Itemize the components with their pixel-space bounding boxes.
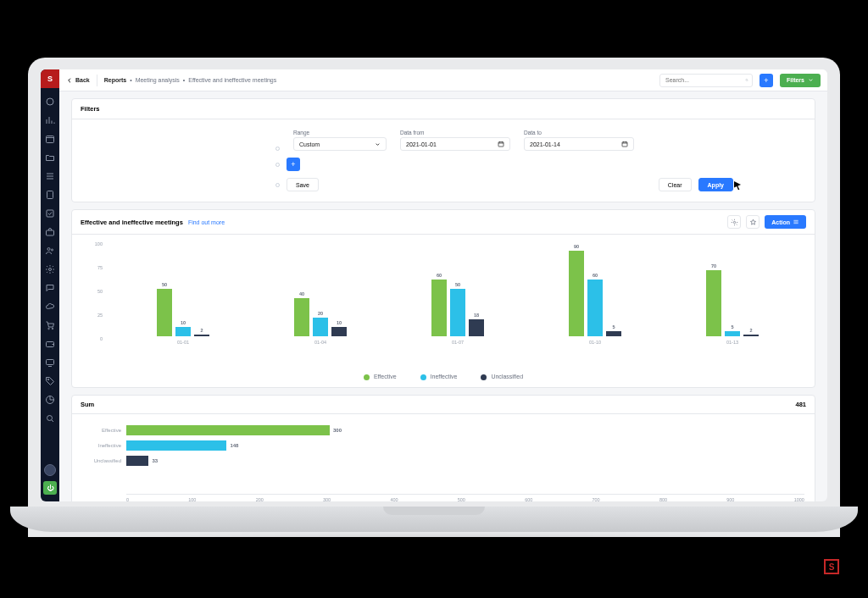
- nav-cart-icon[interactable]: [45, 320, 55, 330]
- nav-analytics-icon[interactable]: [45, 115, 55, 125]
- sum-bar-chart: Effective300Ineffective148Unclassified33: [82, 423, 804, 489]
- date-to-input[interactable]: 2021-01-14: [524, 137, 634, 151]
- filters-button-label: Filters: [787, 77, 804, 83]
- chart-legend: Effective Ineffective Unclassified: [72, 370, 815, 387]
- nav-users-icon[interactable]: [45, 246, 55, 256]
- svg-rect-2: [47, 191, 53, 199]
- nav-settings-icon[interactable]: [45, 264, 55, 274]
- calendar-icon: [498, 141, 504, 147]
- legend-ineffective: Ineffective: [431, 374, 458, 379]
- back-button[interactable]: Back: [66, 77, 90, 84]
- drag-handle-icon[interactable]: [275, 163, 280, 167]
- svg-rect-16: [498, 142, 504, 147]
- legend-unclassified: Unclassified: [491, 374, 523, 379]
- app-logo[interactable]: S: [41, 69, 59, 88]
- drag-handle-icon[interactable]: [275, 183, 280, 187]
- nav-list-icon[interactable]: [45, 171, 55, 181]
- svg-point-5: [47, 248, 50, 251]
- chart-title: Effective and ineffective meetings: [81, 219, 183, 226]
- arrow-left-icon: [66, 77, 73, 84]
- search-input[interactable]: [664, 76, 742, 84]
- calendar-icon: [621, 141, 628, 147]
- nav-tags-icon[interactable]: [45, 376, 55, 386]
- nav-dashboard-icon[interactable]: [45, 97, 55, 107]
- date-from-label: Data from: [400, 130, 510, 136]
- date-from-input[interactable]: 2021-01-01: [400, 137, 510, 151]
- nav-calendar-icon[interactable]: [45, 134, 55, 144]
- breadcrumb: Reports • Meeting analysis • Effective a…: [104, 77, 277, 83]
- nav-briefcase-icon[interactable]: [45, 227, 55, 237]
- svg-point-8: [48, 328, 50, 329]
- nav-task-icon[interactable]: [45, 208, 55, 219]
- crumb-leaf: Effective and ineffective meetings: [188, 77, 276, 83]
- svg-rect-1: [47, 136, 54, 143]
- nav-doc-icon[interactable]: [45, 190, 55, 200]
- chevron-down-icon: [375, 141, 381, 147]
- apply-button[interactable]: Apply: [698, 178, 733, 191]
- svg-rect-11: [47, 360, 54, 365]
- chevron-down-icon: [808, 77, 814, 83]
- svg-point-14: [47, 416, 53, 421]
- date-to-value: 2021-01-14: [530, 141, 560, 147]
- save-button[interactable]: Save: [287, 178, 319, 191]
- crumb-mid[interactable]: Meeting analysis: [136, 77, 180, 83]
- sum-card: Sum 481 Effective300Ineffective148Unclas…: [71, 395, 815, 501]
- range-select[interactable]: Custom: [293, 137, 387, 151]
- sum-title: Sum: [81, 401, 94, 408]
- range-label: Range: [293, 130, 387, 136]
- chart-settings-button[interactable]: [727, 215, 741, 229]
- power-button[interactable]: ⏻: [43, 481, 57, 495]
- nav-piechart-icon[interactable]: [45, 395, 55, 405]
- grouped-bar-chart: 1007550250 5010201-0140201001-0460501801…: [72, 235, 815, 370]
- add-button[interactable]: +: [760, 74, 773, 87]
- clear-button[interactable]: Clear: [659, 178, 692, 191]
- svg-rect-4: [47, 230, 54, 235]
- meetings-chart-card: Effective and ineffective meetings Find …: [71, 209, 815, 388]
- app-sidebar: S ⏻: [41, 69, 59, 501]
- gear-icon: [731, 219, 738, 226]
- svg-point-6: [52, 249, 53, 251]
- nav-chat-icon[interactable]: [45, 283, 55, 293]
- sum-total: 481: [795, 401, 806, 408]
- svg-point-18: [733, 221, 735, 223]
- date-to-label: Data to: [524, 130, 634, 136]
- chart-favorite-button[interactable]: [746, 215, 760, 229]
- find-out-more-link[interactable]: Find out more: [188, 219, 225, 225]
- svg-point-9: [52, 328, 53, 329]
- legend-effective: Effective: [374, 374, 397, 379]
- search-icon: [745, 76, 748, 84]
- svg-point-7: [49, 269, 52, 271]
- top-bar: Back Reports • Meeting analysis • Effect…: [59, 69, 827, 91]
- chart-action-button[interactable]: Action: [765, 215, 806, 229]
- filters-title: Filters: [72, 99, 815, 119]
- back-label: Back: [75, 77, 90, 83]
- date-from-value: 2021-01-01: [406, 141, 437, 147]
- svg-point-15: [746, 79, 748, 80]
- star-icon: [749, 219, 757, 226]
- nav-cloud-icon[interactable]: [45, 302, 55, 312]
- user-avatar[interactable]: [44, 464, 56, 476]
- svg-point-12: [47, 379, 49, 380]
- nav-magnify-icon[interactable]: [45, 413, 55, 424]
- nav-display-icon[interactable]: [45, 357, 55, 368]
- menu-icon: [793, 219, 799, 225]
- range-value: Custom: [299, 141, 320, 147]
- svg-point-0: [47, 98, 53, 105]
- crumb-root[interactable]: Reports: [104, 77, 126, 83]
- nav-wallet-icon[interactable]: [45, 339, 55, 349]
- filters-button[interactable]: Filters: [780, 74, 821, 87]
- add-filter-button[interactable]: +: [287, 158, 300, 171]
- search-box[interactable]: [659, 74, 753, 87]
- filters-card: Filters Range Custom: [71, 98, 815, 202]
- brand-mark-icon: S: [824, 559, 839, 574]
- drag-handle-icon[interactable]: [275, 147, 280, 151]
- svg-rect-3: [47, 210, 53, 217]
- nav-folder-icon[interactable]: [45, 152, 55, 163]
- svg-rect-17: [622, 142, 627, 147]
